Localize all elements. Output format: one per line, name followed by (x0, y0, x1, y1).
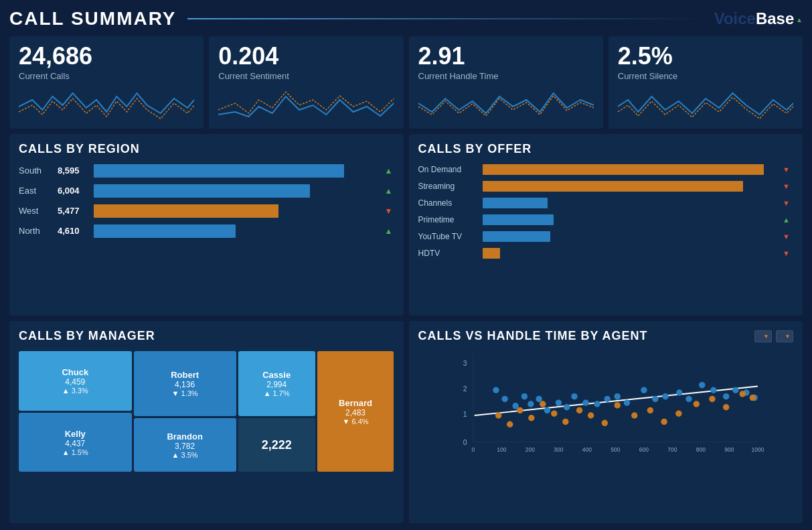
svg-point-18 (493, 387, 499, 393)
svg-point-59 (693, 401, 699, 407)
stat-label-sentiment: Current Sentiment (218, 71, 394, 81)
svg-point-52 (587, 413, 593, 419)
stat-card-silence: 2.5% Current Silence (608, 36, 803, 129)
offer-label: YouTube TV (418, 232, 479, 241)
scatter-dropdown-2[interactable] (776, 330, 793, 342)
svg-text:0: 0 (471, 446, 475, 453)
offer-bar (483, 214, 554, 225)
svg-point-56 (647, 407, 653, 413)
offer-row: On Demand ▼ (418, 164, 794, 175)
svg-text:600: 600 (639, 446, 648, 453)
stat-card-sentiment: 0.204 Current Sentiment (209, 36, 403, 129)
stat-value-sentiment: 0.204 (218, 43, 394, 70)
logo-triangle: ▲ (794, 16, 803, 23)
svg-point-41 (732, 387, 738, 393)
svg-text:100: 100 (497, 446, 506, 453)
tm-cell-chuck: Chuck 4,459 ▲ 3.3% (19, 351, 132, 411)
sparkline-silence (618, 86, 793, 123)
svg-text:0: 0 (463, 440, 467, 447)
calls-by-offer-card: CALLS BY OFFER On Demand ▼ Streaming ▼ C… (409, 134, 803, 316)
svg-point-62 (739, 391, 745, 397)
page-title: CALL SUMMARY (9, 8, 177, 29)
main-grid: CALLS BY REGION South 8,595 ▲ East 6,004… (9, 134, 803, 523)
header: CALL SUMMARY VoiceBase ▲ (9, 7, 803, 31)
region-trend: ▲ (384, 226, 394, 236)
region-value: 5,477 (58, 206, 88, 216)
header-divider (187, 18, 704, 19)
offer-trend: ▼ (783, 233, 793, 241)
svg-text:500: 500 (611, 446, 620, 453)
region-bar (94, 164, 344, 178)
sparkline-handle (418, 86, 594, 123)
offer-bar-container (483, 231, 779, 242)
stat-label-silence: Current Silence (618, 71, 793, 81)
scatter-dropdown-1[interactable] (754, 330, 772, 342)
svg-point-60 (709, 396, 715, 402)
region-row: South 8,595 ▲ (19, 164, 394, 178)
calls-by-manager-title: CALLS BY MANAGER (19, 329, 394, 343)
offer-bar-container (483, 181, 779, 192)
svg-text:300: 300 (554, 446, 563, 453)
offer-trend: ▲ (783, 216, 793, 224)
calls-by-region-title: CALLS BY REGION (19, 142, 394, 156)
svg-text:2: 2 (463, 385, 467, 393)
offer-row: Channels ▼ (418, 198, 794, 208)
dropdown2-wrapper[interactable]: ▼ (776, 330, 793, 342)
svg-point-50 (562, 419, 568, 425)
region-trend: ▼ (384, 206, 394, 216)
offer-trend: ▼ (783, 165, 793, 174)
svg-point-61 (722, 404, 728, 410)
svg-point-58 (675, 411, 681, 417)
svg-point-21 (521, 393, 527, 399)
region-label: North (19, 226, 52, 236)
svg-text:1000: 1000 (751, 446, 764, 453)
svg-point-44 (495, 413, 501, 419)
offer-row: YouTube TV ▼ (418, 231, 794, 242)
svg-text:900: 900 (724, 446, 734, 453)
tm-cell-2222: 2,222 (238, 418, 315, 472)
svg-point-25 (555, 400, 561, 406)
scatter-chart-area: 0 1 2 3 0 100 200 300 400 500 600 700 80… (418, 347, 794, 461)
calls-vs-handle-title: CALLS VS HANDLE TIME BY AGENT (418, 329, 648, 343)
stat-value-silence: 2.5% (618, 43, 793, 70)
offer-bar-container (483, 198, 779, 208)
tm-col-2: Cassie 2,994 ▲ 1.7% 2,222 (238, 351, 315, 472)
stat-label-calls: Current Calls (19, 71, 194, 81)
logo-base-white: Base (756, 9, 794, 27)
svg-point-32 (623, 400, 629, 406)
offer-bar (483, 164, 764, 175)
region-trend: ▲ (384, 186, 394, 196)
svg-point-48 (540, 401, 546, 407)
region-rows: South 8,595 ▲ East 6,004 ▲ West 5,477 ▼ … (19, 164, 394, 238)
tm-cell-cassie: Cassie 2,994 ▲ 1.7% (238, 351, 315, 416)
sparkline-sentiment (218, 86, 394, 123)
tm-cell-brandon: Brandon 3,782 ▲ 3.5% (134, 418, 236, 472)
svg-point-31 (614, 393, 620, 399)
svg-point-28 (582, 400, 588, 406)
calls-by-region-card: CALLS BY REGION South 8,595 ▲ East 6,004… (9, 134, 404, 316)
offer-row: Primetime ▲ (418, 214, 794, 225)
scatter-controls: ▼ ▼ (754, 330, 793, 342)
svg-point-30 (604, 396, 610, 402)
svg-point-51 (576, 407, 582, 413)
logo-voice-dark: Voice (714, 9, 756, 27)
svg-point-63 (749, 395, 755, 401)
region-label: South (19, 165, 52, 176)
region-bar (94, 224, 236, 238)
svg-point-35 (662, 393, 668, 399)
svg-text:700: 700 (667, 446, 677, 453)
dropdown1-wrapper[interactable]: ▼ (754, 330, 772, 342)
offer-bar (483, 231, 551, 242)
svg-point-55 (631, 413, 637, 419)
svg-point-36 (676, 390, 682, 396)
region-bar-container (94, 184, 378, 198)
offer-bar-container (483, 164, 779, 175)
region-bar-container (94, 164, 378, 178)
offer-label: Streaming (418, 182, 479, 191)
svg-point-47 (528, 415, 534, 421)
voicebase-logo: VoiceBase ▲ (714, 9, 803, 28)
region-row: East 6,004 ▲ (19, 184, 394, 198)
svg-point-53 (601, 420, 607, 426)
treemap-container: Chuck 4,459 ▲ 3.3% Kelly 4,437 ▲ 1.5% Ro… (19, 351, 394, 472)
region-row: North 4,610 ▲ (19, 224, 394, 238)
